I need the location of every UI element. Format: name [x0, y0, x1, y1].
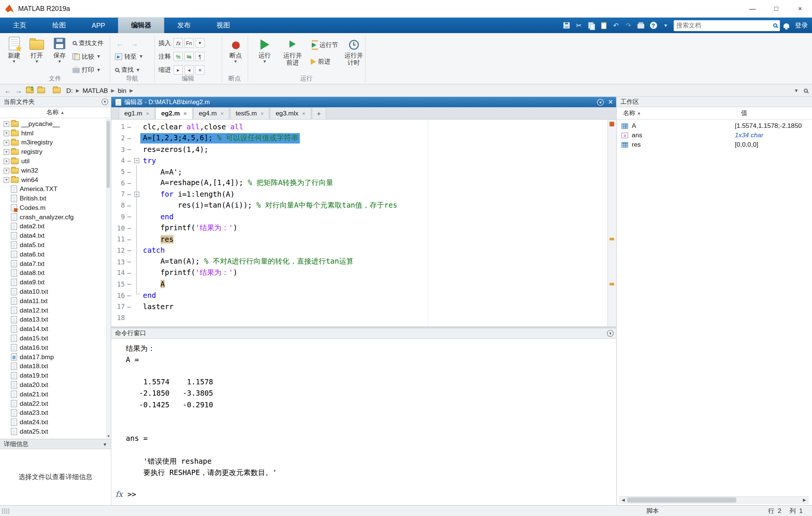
insert-fx-button[interactable]: fx: [173, 38, 183, 48]
comment-button[interactable]: %: [173, 52, 183, 61]
code-line[interactable]: 16—end: [111, 290, 607, 301]
new-tab-button[interactable]: +: [311, 107, 326, 119]
code-line[interactable]: 1—clc,clear all,close all: [111, 121, 607, 132]
file-row[interactable]: +html: [0, 129, 111, 138]
smart-indent-button[interactable]: ≡: [195, 65, 205, 75]
file-row[interactable]: data15.txt: [0, 334, 111, 343]
file-row[interactable]: data19.txt: [0, 371, 111, 380]
workspace-column-headers[interactable]: 名称▲ 值: [617, 107, 812, 120]
breadcrumb-item[interactable]: D:: [66, 87, 73, 94]
file-row[interactable]: data14.txt: [0, 324, 111, 334]
file-row[interactable]: data11.txt: [0, 296, 111, 306]
ribbon-tab[interactable]: 编辑器: [118, 18, 164, 33]
file-row[interactable]: crash_analyzer.cfg: [0, 212, 111, 222]
expand-icon[interactable]: +: [4, 121, 9, 127]
run-time-button[interactable]: 运行并 计时: [342, 35, 366, 75]
uncomment-button[interactable]: %: [184, 52, 194, 61]
more-icon[interactable]: ▼: [661, 21, 670, 30]
file-row[interactable]: +m3iregistry: [0, 138, 111, 147]
file-row[interactable]: +util: [0, 156, 111, 166]
notification-bell-icon[interactable]: [783, 23, 789, 27]
scrollbar-marker[interactable]: [610, 283, 614, 285]
file-row[interactable]: Codes.m: [0, 203, 111, 212]
forward-icon[interactable]: →: [15, 86, 22, 94]
file-row[interactable]: data25.txt: [0, 427, 111, 436]
file-row[interactable]: data13.txt: [0, 315, 111, 325]
editor-tab[interactable]: eg2.m×: [155, 107, 193, 119]
cut-icon[interactable]: ✂: [574, 21, 583, 30]
indent-right-button[interactable]: ▸: [173, 65, 183, 75]
expand-icon[interactable]: +: [4, 168, 9, 173]
breadcrumb-item[interactable]: MATLAB: [83, 87, 108, 94]
expand-icon[interactable]: +: [4, 177, 9, 182]
ribbon-tab[interactable]: 绘图: [39, 18, 79, 33]
help-icon[interactable]: ?: [649, 21, 657, 30]
file-row[interactable]: data21.txt: [0, 390, 111, 399]
editor-tab[interactable]: test5.m×: [230, 107, 269, 119]
compare-button[interactable]: 比较 ▼: [73, 51, 101, 62]
file-row[interactable]: data7.txt: [0, 259, 111, 269]
file-row[interactable]: data6.txt: [0, 250, 111, 259]
address-search-icon[interactable]: [804, 88, 808, 93]
code-line[interactable]: 13— A=tan(A); % 不对A进行行向量的转化，直接进行tan运算: [111, 256, 607, 267]
command-prompt[interactable]: >>: [127, 490, 136, 498]
editor-close-icon[interactable]: ✕: [608, 99, 613, 106]
undo-icon[interactable]: ↶: [612, 21, 620, 30]
code-line[interactable]: 15— A: [111, 279, 607, 290]
run-advance-button[interactable]: 运行并 前进: [281, 35, 304, 75]
file-row[interactable]: +registry: [0, 147, 111, 156]
file-row[interactable]: +win32: [0, 166, 111, 175]
open-button[interactable]: 打开 ▼: [25, 35, 49, 75]
code-line[interactable]: 18: [111, 312, 607, 323]
run-button[interactable]: 运行 ▼: [253, 35, 276, 75]
breakpoints-button[interactable]: 断点 ▼: [224, 35, 247, 75]
file-row[interactable]: British.txt: [0, 194, 111, 203]
new-button[interactable]: 新建 ▼: [2, 35, 26, 75]
insert-fn-button[interactable]: Fn: [184, 38, 194, 48]
close-tab-icon[interactable]: ×: [302, 110, 305, 117]
editor-menu-icon[interactable]: ▼: [597, 99, 604, 105]
navigate-back-button[interactable]: ←: [116, 37, 124, 49]
file-row[interactable]: data20.txt: [0, 380, 111, 390]
run-section-button[interactable]: 运行节: [311, 39, 338, 51]
editor-tab[interactable]: eg4.m×: [193, 107, 229, 119]
file-row[interactable]: data12.txt: [0, 306, 111, 315]
message-indicator[interactable]: [610, 122, 614, 126]
code-line[interactable]: 11— res: [111, 234, 607, 245]
folder-up-icon[interactable]: [26, 88, 34, 93]
redo-icon[interactable]: ↷: [624, 21, 633, 30]
file-row[interactable]: data24.txt: [0, 417, 111, 427]
maximize-button[interactable]: □: [764, 0, 788, 17]
file-row[interactable]: data10.txt: [0, 287, 111, 296]
scrollbar-marker[interactable]: [610, 238, 614, 240]
name-column-header[interactable]: 名称 ▲: [0, 107, 111, 118]
browse-folder-icon[interactable]: [37, 88, 45, 93]
code-editor[interactable]: 1—clc,clear all,close all2—A=[1,2,3;4,5,…: [111, 120, 616, 326]
doc-search-box[interactable]: [674, 20, 780, 31]
file-row[interactable]: data4.txt: [0, 231, 111, 240]
file-row[interactable]: data16.txt: [0, 343, 111, 352]
file-row[interactable]: +__pycache__: [0, 119, 111, 129]
expand-icon[interactable]: +: [4, 158, 9, 164]
close-tab-icon[interactable]: ×: [220, 110, 224, 117]
insert-more-button[interactable]: ▼: [195, 38, 205, 48]
file-row[interactable]: data22.txt: [0, 399, 111, 408]
save-icon[interactable]: [562, 21, 571, 30]
back-icon[interactable]: ←: [4, 86, 11, 94]
file-list-scrollbar[interactable]: ▼: [106, 119, 110, 438]
expand-icon[interactable]: +: [4, 140, 9, 145]
ribbon-tab[interactable]: 主页: [0, 18, 39, 33]
editor-tab[interactable]: eg3.mlx×: [270, 107, 311, 119]
file-row[interactable]: data5.txt: [0, 240, 111, 250]
advance-button[interactable]: 前进: [311, 56, 330, 67]
close-button[interactable]: ×: [788, 0, 812, 17]
file-row[interactable]: data9.txt: [0, 278, 111, 287]
file-row[interactable]: data8.txt: [0, 269, 111, 278]
address-dropdown-icon[interactable]: ▼: [794, 88, 798, 93]
minimize-button[interactable]: —: [741, 0, 764, 17]
panel-menu-icon[interactable]: ▼: [102, 99, 108, 105]
goto-button[interactable]: 转至 ▼: [115, 51, 144, 62]
code-line[interactable]: 10— fprintf('结果为：'): [111, 222, 607, 234]
scrollbar-thumb[interactable]: [107, 121, 110, 188]
code-line[interactable]: 9— end: [111, 211, 607, 222]
